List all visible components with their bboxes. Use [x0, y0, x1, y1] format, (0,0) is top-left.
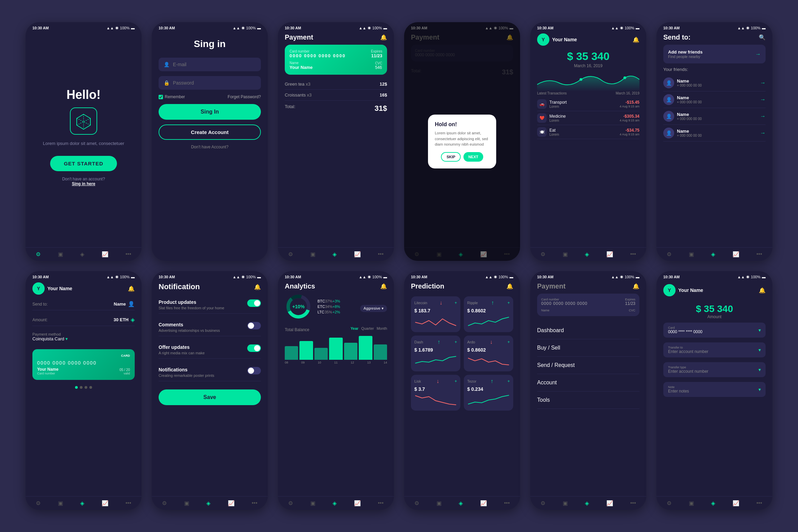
- nav-home-1[interactable]: ▣: [58, 251, 63, 257]
- forget-password-link[interactable]: Forget Password?: [228, 94, 261, 99]
- toggle-4[interactable]: [247, 367, 261, 374]
- get-started-button[interactable]: GET STARTED: [50, 156, 117, 171]
- bell-icon-10[interactable]: 🔔: [506, 283, 513, 290]
- menu-dashboard[interactable]: Dashboard: [537, 322, 639, 339]
- nav-ch7[interactable]: 📈: [102, 500, 108, 506]
- friend-arrow-2[interactable]: →: [760, 97, 766, 103]
- nav-s5[interactable]: ⚙: [541, 251, 545, 257]
- bell-icon-7[interactable]: 🔔: [128, 285, 135, 292]
- bell-icon-12[interactable]: 🔔: [759, 287, 766, 294]
- nav-ch11[interactable]: 📈: [606, 500, 613, 506]
- add-dash[interactable]: +: [455, 340, 457, 344]
- nav-ch12[interactable]: 📈: [733, 500, 739, 506]
- card-mask-field[interactable]: Card 0000 **** **** 0000 ▾: [663, 323, 766, 338]
- nav-more-3[interactable]: •••: [378, 251, 384, 257]
- nav-m10[interactable]: •••: [504, 500, 510, 506]
- nav-settings-3[interactable]: ⚙: [288, 251, 293, 257]
- email-field[interactable]: 👤: [159, 58, 261, 71]
- nav-h8[interactable]: ▣: [184, 500, 189, 506]
- nav-c5[interactable]: ◈: [585, 251, 589, 257]
- tab-quarter[interactable]: Quarter: [361, 326, 374, 330]
- nav-settings-1[interactable]: ⚙: [36, 251, 41, 257]
- toggle-1[interactable]: [247, 299, 261, 307]
- add-ardo[interactable]: +: [507, 340, 510, 344]
- nav-more-1[interactable]: •••: [125, 251, 131, 257]
- nav-s7[interactable]: ⚙: [36, 500, 41, 506]
- nav-ch5[interactable]: 📈: [606, 251, 613, 257]
- nav-c11[interactable]: ◈: [585, 500, 589, 506]
- password-field[interactable]: 🔒: [159, 76, 261, 90]
- add-lisk[interactable]: +: [455, 379, 457, 384]
- nav-cube-1[interactable]: ◈: [80, 251, 84, 257]
- card-dropdown-arrow[interactable]: ▾: [758, 327, 761, 333]
- nav-s11[interactable]: ⚙: [541, 500, 545, 506]
- nav-m6[interactable]: •••: [756, 251, 762, 257]
- create-account-button[interactable]: Create Account: [159, 124, 261, 140]
- menu-account[interactable]: Account: [537, 374, 639, 391]
- bell-icon-5[interactable]: 🔔: [633, 36, 639, 43]
- nav-h10[interactable]: ▣: [437, 500, 442, 506]
- nav-h6[interactable]: ▣: [689, 251, 694, 257]
- nav-chart-3[interactable]: 📈: [354, 251, 361, 257]
- nav-h12[interactable]: ▣: [689, 500, 694, 506]
- aggressive-badge[interactable]: Aggresive ▾: [360, 305, 387, 312]
- nav-s9[interactable]: ⚙: [288, 500, 293, 506]
- nav-home-3[interactable]: ▣: [310, 251, 315, 257]
- nav-c10[interactable]: ◈: [459, 500, 463, 506]
- dropdown-arrow-pm[interactable]: ▾: [65, 336, 68, 341]
- nav-m5[interactable]: •••: [630, 251, 636, 257]
- nav-m11[interactable]: •••: [630, 500, 636, 506]
- nav-s12[interactable]: ⚙: [667, 500, 671, 506]
- nav-h5[interactable]: ▣: [563, 251, 568, 257]
- nav-c7[interactable]: ◈: [80, 500, 84, 506]
- next-button[interactable]: NEXT: [463, 152, 483, 162]
- nav-s10[interactable]: ⚙: [414, 500, 419, 506]
- tab-month[interactable]: Month: [376, 326, 387, 330]
- friend-arrow-4[interactable]: →: [760, 130, 766, 136]
- sign-in-here-link[interactable]: Sing in here: [62, 181, 105, 186]
- toggle-2[interactable]: [247, 322, 261, 329]
- nav-c9[interactable]: ◈: [332, 500, 337, 506]
- nav-m8[interactable]: •••: [252, 500, 257, 506]
- notes-arrow[interactable]: ▾: [758, 387, 761, 392]
- skip-button[interactable]: SKIP: [441, 152, 461, 162]
- bell-icon-9[interactable]: 🔔: [380, 283, 387, 290]
- nav-ch6[interactable]: 📈: [733, 251, 739, 257]
- nav-chart-1[interactable]: 📈: [102, 251, 108, 257]
- remember-checkbox[interactable]: [159, 95, 163, 99]
- friend-arrow-1[interactable]: →: [760, 80, 766, 86]
- transfer-type-arrow[interactable]: ▾: [758, 367, 761, 372]
- arrow-right-add[interactable]: →: [755, 51, 761, 57]
- nav-ch10[interactable]: 📈: [480, 500, 487, 506]
- transfer-to-field[interactable]: Transfer to Enter account number ▾: [663, 342, 766, 357]
- nav-h9[interactable]: ▣: [310, 500, 315, 506]
- email-input[interactable]: [173, 62, 256, 67]
- save-button[interactable]: Save: [159, 389, 261, 405]
- bell-icon-8[interactable]: 🔔: [254, 284, 261, 290]
- nav-m9[interactable]: •••: [378, 500, 384, 506]
- nav-s8[interactable]: ⚙: [162, 500, 167, 506]
- nav-c12[interactable]: ◈: [711, 500, 715, 506]
- friend-arrow-3[interactable]: →: [760, 113, 766, 119]
- remember-label[interactable]: Remember: [159, 94, 185, 99]
- password-input[interactable]: [173, 80, 256, 86]
- transfer-type-field[interactable]: Transfer type Enter account number ▾: [663, 362, 766, 377]
- nav-cube-3[interactable]: ◈: [332, 251, 337, 257]
- nav-c8[interactable]: ◈: [206, 500, 210, 506]
- nav-c6[interactable]: ◈: [711, 251, 715, 257]
- nav-ch9[interactable]: 📈: [354, 500, 361, 506]
- toggle-3[interactable]: [247, 344, 261, 352]
- tab-year[interactable]: Year: [351, 326, 358, 330]
- search-icon-6[interactable]: 🔍: [759, 34, 766, 41]
- nav-ch8[interactable]: 📈: [228, 500, 235, 506]
- signin-button[interactable]: Sing In: [159, 104, 261, 120]
- menu-tools[interactable]: Tools: [537, 391, 639, 409]
- nav-h7[interactable]: ▣: [58, 500, 63, 506]
- nav-m12[interactable]: •••: [756, 500, 762, 506]
- nav-m7[interactable]: •••: [125, 500, 131, 506]
- transfer-to-arrow[interactable]: ▾: [758, 347, 761, 353]
- add-tezor[interactable]: +: [507, 379, 510, 384]
- nav-s6[interactable]: ⚙: [667, 251, 671, 257]
- nav-h11[interactable]: ▣: [563, 500, 568, 506]
- menu-sendrequest[interactable]: Send / Request: [537, 357, 639, 374]
